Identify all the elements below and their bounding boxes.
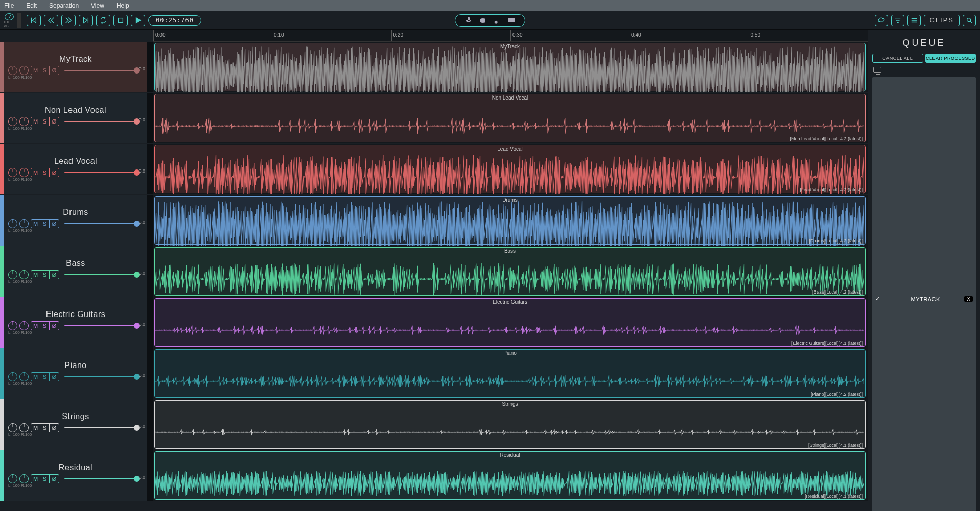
timeline-ruler[interactable]: 0:000:100:200:300:400:501: bbox=[153, 30, 868, 42]
track-lane[interactable]: Strings[Strings][Local][4.1 (latest)] bbox=[153, 399, 868, 450]
menu-file[interactable]: File bbox=[4, 2, 14, 9]
audio-clip[interactable]: MyTrack bbox=[154, 43, 866, 91]
phase-button[interactable]: Ø bbox=[50, 168, 59, 177]
audio-clip[interactable]: Bass[Bass][Local][4.2 (latest)] bbox=[154, 247, 866, 296]
track-gain-knob[interactable] bbox=[19, 270, 29, 279]
clips-panel-button[interactable]: CLIPS bbox=[924, 15, 960, 26]
audio-clip[interactable]: Electric Guitars[Electric Guitars][Local… bbox=[154, 298, 866, 347]
phase-button[interactable]: Ø bbox=[50, 117, 59, 126]
track-volume-slider[interactable] bbox=[64, 70, 140, 71]
solo-button[interactable]: S bbox=[40, 220, 50, 228]
solo-button[interactable]: S bbox=[40, 475, 50, 483]
cancel-all-button[interactable]: CANCEL ALL bbox=[872, 54, 923, 63]
loop-button[interactable] bbox=[96, 15, 110, 26]
track-pan-knob[interactable] bbox=[8, 117, 17, 126]
rewind-button[interactable] bbox=[44, 15, 58, 26]
track-pan-knob[interactable] bbox=[8, 270, 17, 279]
track-pan-knob[interactable] bbox=[8, 321, 17, 330]
track-gain-knob[interactable] bbox=[19, 423, 29, 432]
track-pan-knob[interactable] bbox=[8, 474, 17, 483]
track-gain-knob[interactable] bbox=[19, 321, 29, 330]
mute-button[interactable]: M bbox=[31, 117, 40, 126]
track-volume-slider[interactable] bbox=[64, 121, 140, 122]
menu-button[interactable] bbox=[907, 15, 921, 26]
mute-button[interactable]: M bbox=[31, 424, 40, 432]
timecode-display[interactable]: 00:25:760 bbox=[148, 15, 201, 26]
track-lane[interactable]: Non Lead Vocal[Non Lead Vocal][Local][4.… bbox=[153, 93, 868, 143]
track-gain-knob[interactable] bbox=[19, 168, 29, 177]
track-gain-knob[interactable] bbox=[19, 474, 29, 483]
track-name-label: Piano bbox=[8, 361, 143, 370]
mute-button[interactable]: M bbox=[31, 168, 40, 177]
audio-clip[interactable]: Strings[Strings][Local][4.1 (latest)] bbox=[154, 400, 866, 449]
track-pan-knob[interactable] bbox=[8, 372, 17, 381]
track-volume-slider[interactable] bbox=[64, 274, 140, 275]
track-gain-knob[interactable] bbox=[19, 372, 29, 381]
cloud-button[interactable] bbox=[875, 15, 888, 26]
audio-clip[interactable]: Piano[Piano][Local][4.2 (latest)] bbox=[154, 349, 866, 398]
track-volume-slider[interactable] bbox=[64, 325, 140, 326]
track-gain-knob[interactable] bbox=[19, 219, 29, 228]
mute-button[interactable]: M bbox=[31, 220, 40, 228]
track-pan-knob[interactable] bbox=[8, 66, 17, 75]
master-gain-knob[interactable]: 0.0 dB bbox=[4, 13, 14, 28]
track-lane[interactable]: Drums[Drums][Local][4.2 (latest)] bbox=[153, 195, 868, 246]
phase-button[interactable]: Ø bbox=[50, 66, 59, 75]
filter-button[interactable] bbox=[891, 15, 904, 26]
audio-clip[interactable]: Non Lead Vocal[Non Lead Vocal][Local][4.… bbox=[154, 94, 866, 142]
solo-button[interactable]: S bbox=[40, 271, 50, 279]
queue-item-main[interactable]: ✓ MYTRACK X bbox=[872, 77, 976, 511]
track-pan-knob[interactable] bbox=[8, 168, 17, 177]
track-lane[interactable]: Lead Vocal[Lead Vocal][Local][4.2 (lates… bbox=[153, 144, 868, 194]
audio-clip[interactable]: Residual[Residual][Local][4.1 (latest)] bbox=[154, 451, 866, 500]
solo-button[interactable]: S bbox=[40, 373, 50, 381]
track-lane[interactable]: MyTrack bbox=[153, 42, 868, 92]
phase-button[interactable]: Ø bbox=[50, 424, 59, 432]
menu-view[interactable]: View bbox=[91, 2, 104, 9]
track-gain-knob[interactable] bbox=[19, 66, 29, 75]
solo-button[interactable]: S bbox=[40, 66, 50, 75]
solo-button[interactable]: S bbox=[40, 424, 50, 432]
audio-clip[interactable]: Lead Vocal[Lead Vocal][Local][4.2 (lates… bbox=[154, 145, 866, 193]
track-volume-slider[interactable] bbox=[64, 172, 140, 173]
track-lane[interactable]: Piano[Piano][Local][4.2 (latest)] bbox=[153, 348, 868, 399]
mute-button[interactable]: M bbox=[31, 271, 40, 279]
track-lane[interactable]: Bass[Bass][Local][4.2 (latest)] bbox=[153, 246, 868, 297]
track-volume-slider[interactable] bbox=[64, 223, 140, 224]
track-volume-slider[interactable] bbox=[64, 427, 140, 428]
mute-button[interactable]: M bbox=[31, 373, 40, 381]
phase-button[interactable]: Ø bbox=[50, 373, 59, 381]
track-controls: Non Lead VocalMSØ0.0L:-100 R:100 bbox=[4, 93, 147, 143]
mute-button[interactable]: M bbox=[31, 322, 40, 330]
separation-sources-pill[interactable] bbox=[455, 14, 525, 27]
skip-start-button[interactable] bbox=[27, 15, 41, 26]
menu-separation[interactable]: Separation bbox=[49, 2, 79, 9]
skip-end-button[interactable] bbox=[79, 15, 93, 26]
forward-button[interactable] bbox=[61, 15, 76, 26]
play-button[interactable] bbox=[131, 15, 145, 26]
mute-button[interactable]: M bbox=[31, 66, 40, 75]
track-level-strip bbox=[147, 399, 153, 450]
track-volume-slider[interactable] bbox=[64, 478, 140, 479]
mute-button[interactable]: M bbox=[31, 475, 40, 483]
phase-button[interactable]: Ø bbox=[50, 220, 59, 228]
queue-item-close[interactable]: X bbox=[964, 296, 973, 302]
track-pan-knob[interactable] bbox=[8, 219, 17, 228]
solo-button[interactable]: S bbox=[40, 117, 50, 126]
track-volume-slider[interactable] bbox=[64, 376, 140, 377]
solo-button[interactable]: S bbox=[40, 322, 50, 330]
stop-button[interactable] bbox=[113, 15, 128, 26]
clear-processed-button[interactable]: CLEAR PROCESSED bbox=[925, 54, 976, 63]
solo-button[interactable]: S bbox=[40, 168, 50, 177]
phase-button[interactable]: Ø bbox=[50, 475, 59, 483]
menu-help[interactable]: Help bbox=[116, 2, 129, 9]
audio-clip[interactable]: Drums[Drums][Local][4.2 (latest)] bbox=[154, 196, 866, 245]
track-lane[interactable]: Residual[Residual][Local][4.1 (latest)] bbox=[153, 450, 868, 501]
search-button[interactable] bbox=[963, 15, 976, 26]
menu-edit[interactable]: Edit bbox=[26, 2, 37, 9]
track-lane[interactable]: Electric Guitars[Electric Guitars][Local… bbox=[153, 297, 868, 348]
phase-button[interactable]: Ø bbox=[50, 322, 59, 330]
track-gain-knob[interactable] bbox=[19, 117, 29, 126]
track-pan-knob[interactable] bbox=[8, 423, 17, 432]
phase-button[interactable]: Ø bbox=[50, 271, 59, 279]
